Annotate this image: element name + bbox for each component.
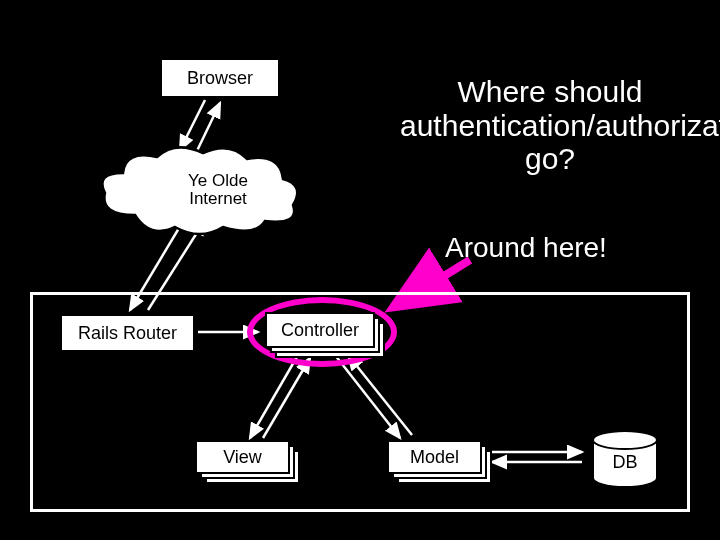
node-view-label: View bbox=[223, 447, 262, 468]
answer-text: Around here! bbox=[445, 232, 607, 264]
node-db-label: DB bbox=[595, 452, 655, 473]
node-model: Model bbox=[387, 440, 482, 474]
svg-line-0 bbox=[180, 100, 205, 150]
node-view: View bbox=[195, 440, 290, 474]
node-controller: Controller bbox=[265, 312, 375, 348]
slide-stage: Where should authentication/authorizatio… bbox=[0, 0, 720, 540]
node-model-label: Model bbox=[410, 447, 459, 468]
node-controller-label: Controller bbox=[281, 320, 359, 341]
question-text: Where should authentication/authorizatio… bbox=[400, 75, 700, 176]
svg-point-13 bbox=[593, 431, 657, 449]
node-cloud-label: Ye Olde Internet bbox=[158, 172, 278, 208]
node-router: Rails Router bbox=[60, 314, 195, 352]
node-browser-label: Browser bbox=[187, 68, 253, 89]
node-router-label: Rails Router bbox=[78, 323, 177, 344]
node-browser: Browser bbox=[160, 58, 280, 98]
